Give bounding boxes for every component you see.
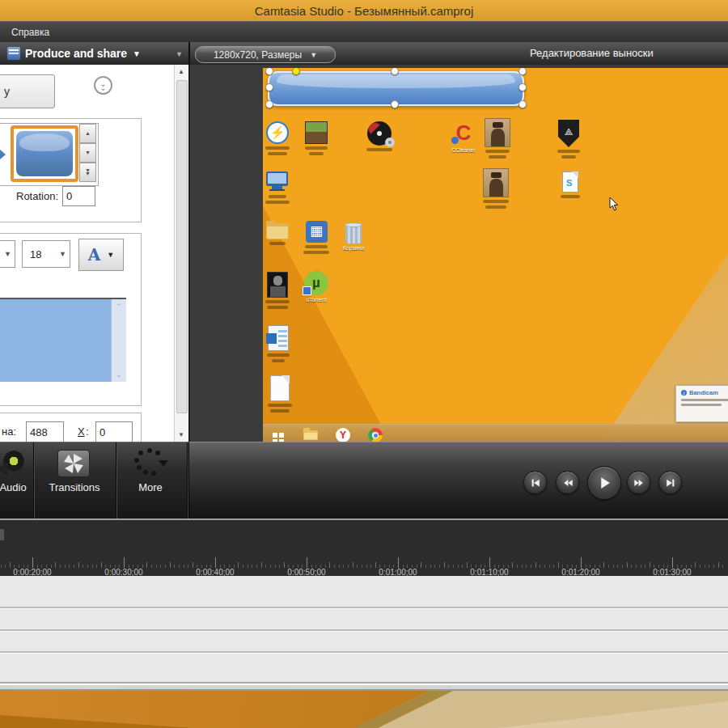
menu-item-help[interactable]: Справка xyxy=(0,22,61,43)
canvas-size-label: 1280x720, Размеры xyxy=(214,49,302,61)
panel-scrollbar[interactable]: ▲ ▼ xyxy=(174,65,188,442)
tab-transitions-label: Transitions xyxy=(42,481,107,493)
ruler-tick xyxy=(375,562,376,568)
ruler-tick xyxy=(489,557,490,568)
callout-text-area[interactable]: ⌃ ⌄ xyxy=(0,298,126,382)
audio-icon xyxy=(3,451,24,472)
ruler-tick xyxy=(535,562,536,568)
skip-to-end-button[interactable] xyxy=(658,471,682,494)
ruler-tick xyxy=(32,557,33,568)
shape-arrow-partial[interactable] xyxy=(0,145,6,164)
shape-selected-rounded-rect[interactable] xyxy=(11,125,78,182)
desktop-icon-text-doc xyxy=(263,375,298,413)
computer-icon xyxy=(265,171,290,193)
ruler-tick xyxy=(718,562,719,568)
ruler-tick xyxy=(650,562,650,568)
canvas-size-dropdown[interactable]: 1280x720, Размеры ▼ xyxy=(195,46,336,63)
double-chevron-icon: ⌄ xyxy=(99,86,106,90)
fast-forward-button[interactable] xyxy=(627,471,650,494)
playback-controls-bar xyxy=(188,442,728,519)
timeline-tracks[interactable] xyxy=(0,576,728,691)
ruler-tick xyxy=(101,562,102,568)
chevron-down-icon: ▼ xyxy=(310,51,317,59)
panel-options-icon[interactable]: ▾ xyxy=(177,49,182,58)
chevron-down-icon: ▼ xyxy=(59,250,70,258)
timeline-ruler[interactable]: 0:00:20;00 0:00:30;00 0:00:40;00 0:00:50… xyxy=(0,518,728,578)
scroll-up-icon[interactable]: ⌃ xyxy=(116,303,122,311)
notification-title: Bandicam xyxy=(689,389,718,396)
desktop-icon-media xyxy=(362,121,397,151)
carousel-up-button[interactable]: ▲ xyxy=(79,124,96,143)
transitions-icon xyxy=(57,450,90,477)
rewind-icon xyxy=(562,477,574,489)
icon-label: uTorrent xyxy=(298,297,334,303)
desktop-icon-skype-doc: S xyxy=(552,171,588,198)
desktop-icon-photo1 xyxy=(480,118,515,159)
font-color-button[interactable]: A ▼ xyxy=(78,239,124,271)
font-family-dropdown-partial[interactable]: ▼ xyxy=(0,240,15,268)
chevron-down-icon: ▼ xyxy=(4,250,15,258)
os-wallpaper-strip xyxy=(0,691,728,728)
title-bar: Camtasia Studio - Безымянный.camproj xyxy=(0,0,728,22)
collapse-section-button[interactable]: ⌄ ⌄ xyxy=(94,76,112,95)
skip-to-start-button[interactable] xyxy=(523,471,547,494)
desktop-icon-ccleaner: C CCleaner xyxy=(446,121,481,153)
rotation-label: Rotation: xyxy=(16,190,58,202)
yandex-browser-icon: Y xyxy=(336,428,350,442)
x-position-input[interactable] xyxy=(95,421,133,442)
task-panel-header[interactable]: Produce and share ▼ ▾ xyxy=(0,42,190,65)
ruler-tick xyxy=(627,562,628,568)
timeline-ruler-ticks xyxy=(0,557,728,568)
carousel-down-button[interactable]: ▼ xyxy=(79,143,96,163)
rotation-input[interactable] xyxy=(62,186,95,206)
scroll-down-icon[interactable]: ▼ xyxy=(178,431,184,438)
desktop-icon-excel xyxy=(263,325,296,362)
editing-mode-label: Редактирование выноски xyxy=(530,47,654,59)
wallpaper-shape xyxy=(485,691,728,728)
desktop-icon-speed: ⚡ xyxy=(263,121,295,155)
rewind-button[interactable] xyxy=(556,471,579,494)
scrollbar-thumb[interactable] xyxy=(176,80,188,413)
ruler-tick xyxy=(10,562,11,568)
desktop-icon-utorrent: µ uTorrent xyxy=(298,271,334,303)
document-icon xyxy=(270,375,290,401)
partial-button[interactable]: y xyxy=(0,74,55,108)
play-button[interactable] xyxy=(587,466,621,500)
fast-forward-icon xyxy=(633,477,645,489)
carousel-more-button[interactable]: ▼▼ xyxy=(79,163,96,182)
resize-handle-bottom-left[interactable] xyxy=(265,100,273,108)
menu-bar: Справка xyxy=(0,21,728,44)
desktop-icon-photo2 xyxy=(478,168,514,209)
resize-handle-top-right[interactable] xyxy=(518,68,527,75)
desktop-icon-folder xyxy=(263,223,295,245)
camtasia-window: Camtasia Studio - Безымянный.camproj Спр… xyxy=(0,0,728,728)
produce-share-icon xyxy=(7,47,20,60)
document-icon: S xyxy=(562,171,578,193)
desktop-icon-recycle-bin: Корзина xyxy=(336,222,371,251)
shape-carousel-scroll: ▲ ▼ ▼▼ xyxy=(79,124,96,184)
resize-handle-bottom-right[interactable] xyxy=(518,100,527,108)
width-input[interactable] xyxy=(26,421,64,442)
resize-handle-mid-left[interactable] xyxy=(265,83,273,91)
width-label-partial: на: xyxy=(2,425,16,438)
desktop-icon-control-panel: ▦ xyxy=(298,221,334,254)
scroll-up-icon[interactable]: ▲ xyxy=(178,68,184,75)
ruler-tick xyxy=(78,562,79,568)
ruler-tick xyxy=(672,557,673,568)
ruler-tick xyxy=(261,562,262,568)
timeline-edge-notch xyxy=(0,529,4,540)
ccleaner-icon: C xyxy=(451,121,476,146)
text-area-scrollbar[interactable]: ⌃ ⌄ xyxy=(111,299,126,382)
scroll-down-icon[interactable]: ⌄ xyxy=(116,370,122,379)
minecraft-icon xyxy=(305,121,328,144)
resize-handle-bottom-center[interactable] xyxy=(391,100,399,108)
skip-start-icon xyxy=(530,477,541,489)
ruler-tick xyxy=(307,557,307,568)
bandicam-notification: i Bandicam xyxy=(675,385,728,422)
x-label-colon: : xyxy=(86,425,89,438)
produce-share-dropdown-label: Produce and share xyxy=(25,47,127,60)
utorrent-icon: µ xyxy=(304,271,328,295)
resize-handle-mid-right[interactable] xyxy=(518,83,527,91)
dark-photo-icon xyxy=(267,272,288,298)
font-size-dropdown[interactable]: 18 ▼ xyxy=(22,240,70,268)
